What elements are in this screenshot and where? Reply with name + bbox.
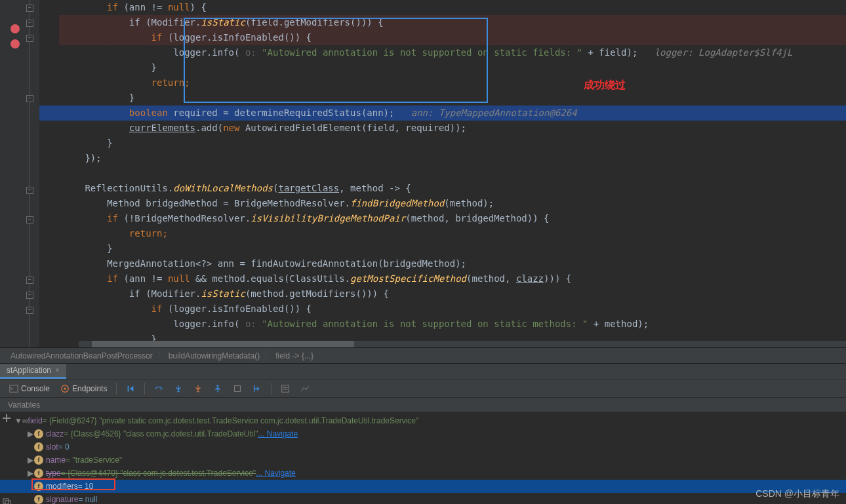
fold-icon[interactable]: − [26, 292, 33, 299]
svg-rect-4 [197, 391, 200, 392]
breadcrumb-item[interactable]: AutowiredAnnotationBeanPostProcessor [7, 351, 157, 360]
trace-button[interactable] [296, 383, 313, 395]
fold-icon[interactable]: − [26, 277, 33, 284]
breadcrumb-bar: AutowiredAnnotationBeanPostProcessor 〉 b… [0, 347, 846, 363]
fold-icon[interactable]: − [26, 35, 33, 42]
variable-row[interactable]: f signature = null [0, 493, 846, 504]
variable-row[interactable]: ▶ f name = "tradeService" [0, 454, 846, 467]
code-content[interactable]: if (ann != null) { if (Modifier.isStatic… [39, 0, 846, 347]
expand-arrow-icon[interactable]: ▶ [26, 454, 34, 467]
fold-icon[interactable]: − [26, 187, 33, 194]
evaluate-button[interactable] [277, 383, 294, 395]
svg-rect-7 [282, 385, 289, 392]
field-icon: f [34, 495, 43, 504]
debug-toolbar: Console Endpoints [0, 379, 846, 397]
fold-icon[interactable]: − [26, 20, 33, 27]
debug-tabs: stApplication × [0, 363, 846, 379]
scrollbar-thumb[interactable] [92, 341, 354, 347]
drop-frame-button[interactable] [229, 383, 246, 395]
svg-rect-11 [5, 501, 10, 504]
step-out-button[interactable] [209, 383, 226, 395]
close-icon[interactable]: × [55, 366, 60, 375]
variables-header: Variables [0, 397, 846, 412]
breadcrumb-item[interactable]: field -> {...} [272, 351, 317, 360]
expand-arrow-icon[interactable]: ▼ [14, 414, 22, 427]
step-into-button[interactable] [170, 383, 187, 395]
debug-tab[interactable]: stApplication × [0, 364, 66, 379]
field-icon: f [34, 482, 43, 491]
variables-pane[interactable]: ▼ ∞ field = {Field@6247} "private static… [0, 412, 846, 504]
code-editor-area[interactable]: − − − − − − − − − if (ann != null) { if … [0, 0, 846, 347]
resume-button[interactable] [122, 383, 139, 395]
endpoints-icon [60, 384, 70, 393]
field-icon: f [34, 469, 43, 478]
variable-row[interactable]: ▶ f clazz = {Class@4526} "class com.jc.d… [0, 427, 846, 440]
annotation-label: 成功绕过 [584, 79, 626, 92]
fold-icon[interactable]: − [26, 216, 33, 223]
run-to-cursor-button[interactable] [249, 383, 266, 395]
svg-rect-0 [10, 385, 18, 392]
console-icon [9, 384, 18, 393]
fold-icon[interactable]: − [26, 5, 33, 12]
console-tab[interactable]: Console [5, 383, 54, 395]
svg-rect-3 [178, 391, 180, 392]
fold-icon[interactable]: − [26, 95, 33, 102]
variable-row[interactable]: ▶ f type = {Class@4470} "class com.jc.do… [0, 467, 846, 480]
step-over-button[interactable] [150, 383, 167, 395]
chevron-right-icon: 〉 [157, 350, 165, 361]
variable-row-selected[interactable]: f modifiers = 10 [0, 480, 846, 493]
horizontal-scrollbar[interactable] [79, 341, 846, 347]
editor-gutter: − − − − − − − − − [0, 0, 39, 347]
navigate-link[interactable]: ... Navigate [258, 427, 298, 440]
variable-row[interactable]: f slot = 0 [0, 440, 846, 454]
svg-rect-10 [3, 499, 9, 504]
expand-arrow-icon[interactable]: ▶ [26, 467, 34, 480]
breakpoint-icon[interactable] [10, 24, 20, 33]
copy-icon[interactable] [1, 497, 12, 504]
field-icon: f [34, 429, 43, 438]
field-icon: f [34, 442, 43, 452]
breadcrumb-item[interactable]: buildAutowiringMetadata() [165, 351, 264, 360]
field-icon: f [34, 456, 43, 465]
navigate-link[interactable]: ... Navigate [256, 467, 296, 480]
add-watch-icon[interactable] [1, 413, 12, 423]
force-step-into-button[interactable] [190, 383, 207, 395]
chevron-right-icon: 〉 [264, 350, 272, 361]
fold-icon[interactable]: − [26, 307, 33, 314]
breakpoint-icon[interactable] [10, 39, 20, 48]
watermark: CSDN @小目标青年 [755, 488, 839, 500]
svg-rect-6 [235, 385, 241, 391]
variable-row[interactable]: ▼ ∞ field = {Field@6247} "private static… [0, 414, 846, 427]
expand-arrow-icon[interactable]: ▶ [26, 427, 34, 440]
endpoints-tab[interactable]: Endpoints [56, 383, 111, 395]
svg-point-2 [64, 387, 66, 390]
svg-rect-5 [217, 385, 220, 386]
